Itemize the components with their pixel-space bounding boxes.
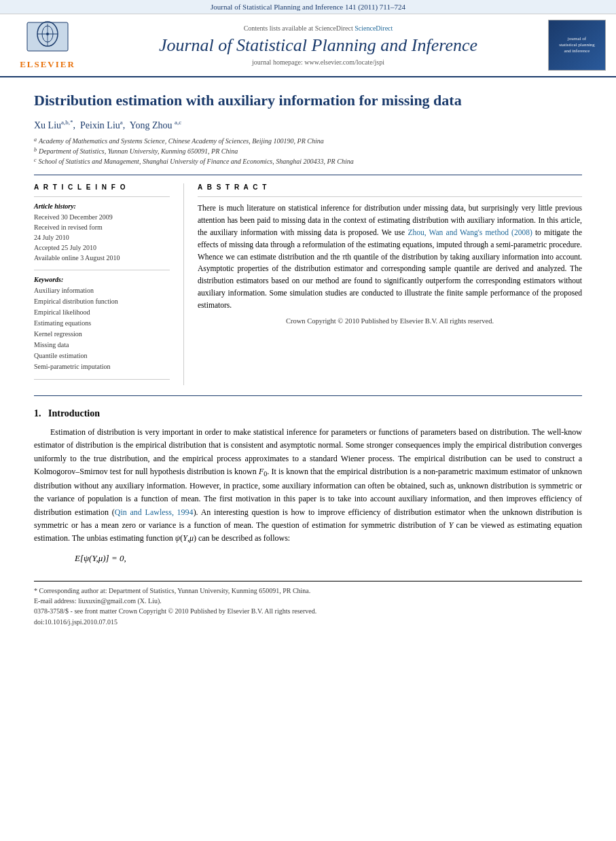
journal-info-center: Contents lists available at ScienceDirec… [88, 24, 548, 66]
introduction-paragraph: Estimation of distribution is very impor… [34, 426, 582, 545]
affil-a-sup: a [34, 136, 37, 144]
abstract-text: There is much literature on statistical … [198, 202, 582, 311]
footer-email: E-mail address: liuxuxin@gmail.com (X. L… [34, 596, 582, 606]
history-label: Article history: [34, 202, 170, 210]
article-info-label: A R T I C L E I N F O [34, 183, 170, 191]
introduction-heading: 1. Introduction [34, 408, 582, 419]
copyright-text: Crown Copyright © 2010 Published by Else… [198, 317, 582, 325]
journal-thumb-box: journal ofstatistical planningand infere… [548, 20, 606, 71]
elsevier-logo: ELSEVIER [20, 20, 75, 70]
elsevier-emblem-icon [24, 20, 71, 58]
section-number: 1. [34, 408, 41, 418]
info-divider-top [34, 196, 170, 197]
article-title: Distribution estimation with auxiliary i… [34, 91, 582, 111]
article-info-column: A R T I C L E I N F O Article history: R… [34, 183, 170, 385]
history-revised-label: Received in revised form [34, 222, 170, 232]
science-direct-line: Contents lists available at ScienceDirec… [95, 24, 541, 32]
footer-corresponding-author: * Corresponding author at: Department of… [34, 586, 582, 596]
affiliation-b: b Department of Statistics, Yunnan Unive… [34, 146, 582, 156]
keyword-3: Empirical likelihood [34, 307, 170, 318]
author-2-sup: a [120, 119, 123, 126]
equation-block: E[ψ(Y,μ)] = 0, [75, 553, 582, 564]
affil-b-sup: b [34, 146, 37, 154]
author-2: Peixin Liu [80, 120, 120, 130]
journal-header: ELSEVIER Contents lists available at Sci… [0, 14, 616, 77]
history-revised-date: 24 July 2010 [34, 232, 170, 243]
affiliation-a: a Academy of Mathematics and Systems Sci… [34, 136, 582, 146]
keyword-4: Estimating equations [34, 318, 170, 329]
author-3: Yong Zhou [130, 120, 173, 130]
affil-c-sup: c [34, 156, 37, 164]
affiliation-c: c School of Statistics and Management, S… [34, 156, 582, 166]
history-online: Available online 3 August 2010 [34, 253, 170, 263]
header-divider [34, 175, 582, 175]
body-divider [34, 395, 582, 396]
history-received: Received 30 December 2009 [34, 212, 170, 222]
column-divider [183, 183, 184, 385]
keyword-1: Auxiliary information [34, 285, 170, 296]
section-title-text: Introduction [48, 408, 100, 418]
keywords-label: Keywords: [34, 276, 170, 283]
affil-a-text: Academy of Mathematics and Systems Scien… [39, 136, 324, 146]
svg-point-5 [46, 33, 49, 35]
keyword-8: Semi-parametric imputation [34, 361, 170, 372]
keywords-section: Keywords: Auxiliary information Empirica… [34, 276, 170, 372]
top-citation-bar: Journal of Statistical Planning and Infe… [0, 0, 616, 14]
article-history: Article history: Received 30 December 20… [34, 202, 170, 263]
author-1: Xu Liu [34, 120, 61, 130]
keyword-2: Empirical distribution function [34, 296, 170, 307]
footer-section: * Corresponding author at: Department of… [34, 581, 582, 626]
elsevier-brand-text: ELSEVIER [20, 59, 75, 70]
journal-thumbnail: journal ofstatistical planningand infere… [548, 20, 609, 71]
history-accepted: Accepted 25 July 2010 [34, 243, 170, 253]
info-divider-mid [34, 270, 170, 270]
footer-issn: 0378-3758/$ - see front matter Crown Cop… [34, 606, 582, 616]
abstract-divider [198, 196, 582, 197]
elsevier-logo-section: ELSEVIER [7, 20, 88, 70]
zhou-link[interactable]: Zhou, Wan and Wang's method (2008) [407, 228, 532, 236]
affil-b-text: Department of Statistics, Yunnan Univers… [39, 146, 238, 156]
footer-doi: doi:10.1016/j.jspi.2010.07.015 [34, 618, 582, 626]
abstract-column: A B S T R A C T There is much literature… [198, 183, 582, 385]
qin-lawless-link[interactable]: Qin and Lawless, 1994 [115, 507, 194, 517]
abstract-label: A B S T R A C T [198, 183, 582, 191]
author-1-sup: a,b,* [61, 119, 73, 126]
authors-line: Xu Liua,b,*, Peixin Liua, Yong Zhou a,c [34, 119, 582, 131]
article-info-abstract: A R T I C L E I N F O Article history: R… [34, 183, 582, 385]
equation-text: E[ψ(Y,μ)] = 0, [75, 553, 126, 563]
info-divider-bot [34, 379, 170, 380]
journal-thumb-text: journal ofstatistical planningand infere… [559, 36, 595, 54]
journal-homepage: journal homepage: www.elsevier.com/locat… [95, 58, 541, 66]
affiliations: a Academy of Mathematics and Systems Sci… [34, 136, 582, 166]
keyword-5: Kernel regression [34, 329, 170, 340]
keyword-6: Missing data [34, 340, 170, 351]
keyword-7: Quantile estimation [34, 351, 170, 361]
citation-text: Journal of Statistical Planning and Infe… [211, 3, 405, 11]
affil-c-text: School of Statistics and Management, Sha… [39, 156, 354, 166]
main-content: Distribution estimation with auxiliary i… [0, 77, 616, 639]
homepage-text: journal homepage: www.elsevier.com/locat… [252, 58, 384, 66]
journal-title-header: Journal of Statistical Planning and Infe… [95, 35, 541, 56]
author-3-sup: a,c [175, 119, 181, 126]
